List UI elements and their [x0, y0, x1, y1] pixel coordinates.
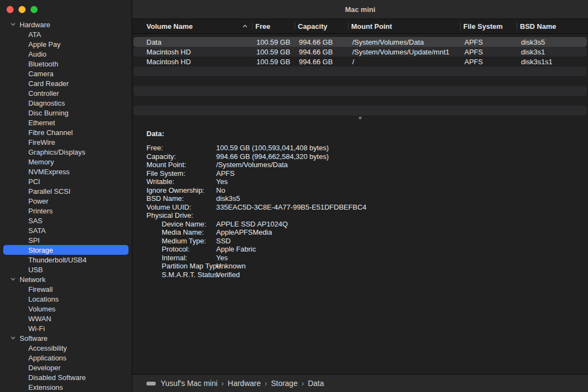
sidebar-item-label: Memory [28, 158, 54, 166]
detail-field-label: Device Name: [146, 220, 216, 229]
empty-row-stripe [133, 76, 587, 86]
column-header[interactable]: BSD Name [517, 19, 588, 33]
detail-fields: Free: 100.59 GB (100,593,041,408 bytes) … [146, 144, 577, 279]
sidebar-item[interactable]: Extensions [3, 382, 128, 392]
sidebar-item[interactable]: Ethernet [3, 118, 128, 127]
volume-row[interactable]: Data 100.59 GB 994.66 GB /System/Volumes… [133, 37, 587, 47]
sidebar-item[interactable]: ATA [3, 29, 128, 39]
volume-row[interactable]: Macintosh HD 100.59 GB 994.66 GB / APFS … [133, 57, 587, 66]
sidebar-item[interactable]: Power [3, 196, 128, 206]
sidebar-item[interactable]: Parallel SCSI [3, 186, 128, 196]
sidebar-item[interactable]: Disabled Software [3, 372, 128, 382]
column-header[interactable]: Volume Name [132, 19, 252, 33]
pane-splitter[interactable] [132, 115, 588, 120]
detail-field: Media Name: AppleAPFSMedia [146, 228, 577, 237]
sidebar-item[interactable]: Fibre Channel [3, 127, 128, 137]
volume-name-cell: Macintosh HD [133, 48, 253, 56]
detail-field: S.M.A.R.T. Status: Verified [146, 271, 577, 279]
free-cell: 100.59 GB [253, 38, 296, 46]
sidebar-item[interactable]: Apple Pay [3, 39, 128, 49]
column-header[interactable]: Free [252, 19, 295, 33]
sidebar-item[interactable]: Network [3, 274, 128, 284]
minimize-window-button[interactable] [19, 6, 26, 13]
detail-field: Ignore Ownership: No [146, 186, 577, 195]
sidebar-item[interactable]: USB [3, 265, 128, 274]
sidebar-item-label: Apple Pay [28, 40, 60, 48]
sidebar-item[interactable]: Card Reader [3, 78, 128, 88]
detail-field-label: Physical Drive: [146, 211, 216, 220]
sidebar-item[interactable]: Graphics/Displays [3, 147, 128, 157]
detail-field-value: APFS [216, 169, 235, 178]
column-header[interactable]: Capacity [295, 19, 348, 33]
sidebar-item[interactable]: Applications [3, 353, 128, 363]
sidebar-item[interactable]: Hardware [3, 20, 128, 29]
sidebar-item[interactable]: Diagnostics [3, 98, 128, 108]
sidebar-item[interactable]: NVMExpress [3, 167, 128, 176]
column-header-label: Mount Point [351, 22, 392, 30]
breadcrumb-item[interactable]: Data [308, 379, 324, 388]
system-information-window: Hardware ATA Apple Pay [0, 0, 588, 392]
sidebar-item[interactable]: Volumes [3, 304, 128, 314]
sidebar-item[interactable]: Bluetooth [3, 59, 128, 69]
volume-row[interactable]: Macintosh HD 100.59 GB 994.66 GB /System… [133, 47, 587, 57]
bsd-name-cell: disk3s1s1 [518, 58, 587, 66]
detail-field-value: Verified [216, 271, 240, 279]
detail-field-value: 994.66 GB (994,662,584,320 bytes) [216, 152, 329, 161]
breadcrumb-item[interactable]: Storage [271, 379, 298, 388]
detail-field-value: 335EAC5D-3C8E-4A77-99B5-E51DFDBEFBC4 [216, 203, 366, 212]
sidebar-item[interactable]: Printers [3, 206, 128, 216]
sidebar-item[interactable]: Developer [3, 363, 128, 372]
sidebar-item[interactable]: Audio [3, 49, 128, 59]
sidebar-item[interactable]: PCI [3, 176, 128, 186]
detail-field-value: No [216, 186, 225, 195]
detail-field-label: Writable: [146, 177, 216, 186]
file-system-cell: APFS [461, 48, 518, 56]
window-title-bar[interactable]: Mac mini [132, 0, 588, 19]
breadcrumb-item[interactable]: Yusuf's Mac mini [161, 379, 218, 388]
sidebar-item[interactable]: FireWire [3, 137, 128, 147]
column-header[interactable]: File System [460, 19, 517, 33]
sidebar-item[interactable]: Memory [3, 157, 128, 167]
zoom-window-button[interactable] [30, 6, 38, 13]
sidebar-item[interactable]: Disc Burning [3, 108, 128, 118]
sidebar-item-label: Controller [28, 89, 59, 97]
sidebar-item[interactable]: Software [3, 333, 128, 343]
sidebar-item[interactable]: Wi-Fi [3, 323, 128, 333]
sidebar-item[interactable]: Camera [3, 69, 128, 78]
sidebar-item-label: SAS [28, 217, 42, 225]
sidebar-item[interactable]: Storage [3, 245, 128, 255]
column-header-label: File System [463, 22, 503, 30]
sidebar-item[interactable]: SAS [3, 216, 128, 225]
sidebar-item-label: Developer [28, 364, 60, 372]
chevron-down-icon[interactable] [10, 22, 16, 27]
detail-field: Free: 100.59 GB (100,593,041,408 bytes) [146, 144, 577, 152]
detail-field: Capacity: 994.66 GB (994,662,584,320 byt… [146, 152, 577, 161]
detail-field: Protocol: Apple Fabric [146, 245, 577, 254]
file-system-cell: APFS [461, 38, 518, 46]
mount-point-cell: /System/Volumes/Update/mnt1 [349, 48, 461, 56]
detail-field: Writable: Yes [146, 177, 577, 186]
detail-field-label: Capacity: [146, 152, 216, 161]
chevron-down-icon[interactable] [10, 277, 16, 282]
sidebar-item[interactable]: Thunderbolt/USB4 [3, 255, 128, 265]
sidebar-item[interactable]: Accessibility [3, 343, 128, 353]
sidebar-item-label: Graphics/Displays [28, 148, 85, 156]
empty-row-stripe [133, 86, 587, 96]
column-header[interactable]: Mount Point [348, 19, 460, 33]
sidebar-item[interactable]: Locations [3, 294, 128, 304]
sidebar-item[interactable]: WWAN [3, 314, 128, 323]
chevron-down-icon[interactable] [10, 335, 16, 341]
breadcrumb-item[interactable]: Hardware [228, 379, 261, 388]
sidebar-item-label: Bluetooth [28, 60, 58, 68]
mount-point-cell: /System/Volumes/Data [349, 38, 461, 46]
detail-field-value: Yes [216, 254, 228, 262]
detail-field-value: disk3s5 [216, 194, 240, 203]
sidebar-item[interactable]: Controller [3, 88, 128, 98]
close-window-button[interactable] [7, 6, 14, 13]
sidebar-item[interactable]: Firewall [3, 284, 128, 294]
free-cell: 100.59 GB [253, 58, 296, 66]
sidebar-item[interactable]: SATA [3, 225, 128, 235]
sidebar-item-label: Locations [28, 295, 59, 303]
detail-field-label: Internal: [146, 254, 216, 262]
sidebar-item[interactable]: SPI [3, 235, 128, 245]
